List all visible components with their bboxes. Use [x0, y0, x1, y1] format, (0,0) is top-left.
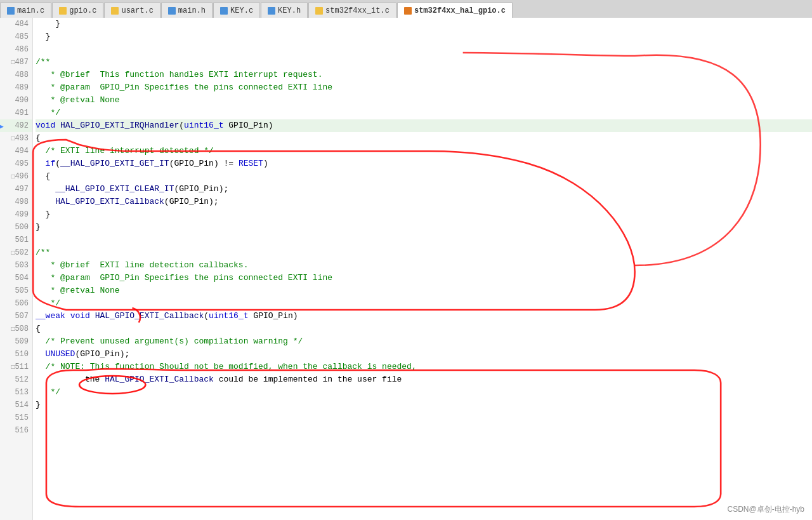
tab-icon [168, 7, 176, 15]
code-line-489: * @param GPIO_Pin Specifies the pins con… [36, 81, 812, 94]
tab-label: main.h [178, 6, 206, 15]
line-num-505: 505 [0, 284, 32, 297]
tab-stm32f4xx_hal_gpio-c[interactable]: stm32f4xx_hal_gpio.c [397, 3, 513, 18]
tab-stm32f4xx_it-c[interactable]: stm32f4xx_it.c [308, 3, 396, 18]
line-num-499: 499 [0, 208, 32, 221]
fold-indicator[interactable]: □ [8, 361, 15, 374]
line-number: 513 [15, 388, 29, 397]
code-area: 484485486□ 487488489490491▶492□ 49349449… [0, 18, 812, 520]
code-line-512: the HAL_GPIO_EXTI_Callback could be impl… [36, 373, 812, 386]
code-line-504: * @param GPIO_Pin Specifies the pins con… [36, 272, 812, 284]
line-num-495: 495 [0, 157, 32, 170]
line-number: 491 [15, 109, 29, 117]
fold-indicator[interactable]: □ [8, 57, 15, 69]
line-number: 489 [15, 83, 29, 92]
line-number: 516 [15, 426, 29, 435]
code-line-484: } [36, 18, 812, 30]
tab-gpio-c[interactable]: gpio.c [52, 3, 103, 18]
code-line-500: } [36, 221, 812, 234]
code-line-513: */ [36, 386, 812, 399]
tab-KEY-c[interactable]: KEY.c [213, 3, 260, 18]
code-line-510: UNUSED(GPIO_Pin); [36, 348, 812, 361]
code-line-491: */ [36, 107, 812, 119]
fold-indicator[interactable]: □ [8, 133, 15, 145]
line-num-501: 501 [0, 234, 32, 246]
code-line-515 [36, 411, 812, 424]
line-number: 507 [15, 312, 29, 321]
tab-KEY-h[interactable]: KEY.h [261, 3, 308, 18]
line-num-506: 506 [0, 297, 32, 310]
tab-icon [59, 7, 67, 15]
line-num-486: 486 [0, 43, 32, 56]
line-num-487: □ 487 [0, 56, 32, 69]
code-line-503: * @brief EXTI line detection callbacks. [36, 259, 812, 272]
line-num-503: 503 [0, 259, 32, 272]
code-line-509: /* Prevent unused argument(s) compilatio… [36, 335, 812, 348]
tab-icon [111, 7, 119, 15]
line-num-500: 500 [0, 221, 32, 234]
line-number: 511 [15, 363, 29, 371]
line-num-509: 509 [0, 335, 32, 348]
code-line-502: /** [36, 246, 812, 259]
line-number: 493 [15, 134, 29, 143]
line-num-493: □ 493 [0, 132, 32, 145]
fold-indicator[interactable]: □ [8, 247, 15, 260]
line-num-512: 512 [0, 373, 32, 386]
code-line-487: /** [36, 56, 812, 69]
line-num-510: 510 [0, 348, 32, 361]
line-number: 492 [15, 121, 29, 130]
line-number: 508 [15, 324, 29, 333]
line-num-497: 497 [0, 183, 32, 196]
line-num-515: 515 [0, 411, 32, 424]
code-line-508: { [36, 323, 812, 335]
tab-label: KEY.c [230, 6, 253, 15]
line-num-489: 489 [0, 81, 32, 94]
fold-indicator[interactable]: □ [8, 323, 15, 336]
tab-icon [220, 7, 228, 15]
tab-icon [268, 7, 275, 15]
line-number: 504 [15, 274, 29, 283]
line-number: 500 [15, 223, 29, 232]
line-number: 485 [15, 32, 29, 41]
line-number: 498 [15, 197, 29, 206]
line-num-504: 504 [0, 272, 32, 284]
tab-label: KEY.h [278, 6, 301, 15]
code-line-511: /* NOTE: This function Should not be mod… [36, 361, 812, 373]
line-number: 487 [15, 58, 29, 67]
code-line-497: __HAL_GPIO_EXTI_CLEAR_IT(GPIO_Pin); [36, 183, 812, 196]
tab-icon [315, 7, 323, 15]
code-line-499: } [36, 208, 812, 221]
line-num-485: 485 [0, 30, 32, 43]
line-number: 512 [15, 375, 29, 384]
line-num-490: 490 [0, 94, 32, 107]
code-content: } } /** * @brief This function handles E… [33, 18, 812, 520]
code-line-488: * @brief This function handles EXTI inte… [36, 69, 812, 81]
line-num-516: 516 [0, 424, 32, 437]
line-num-498: 498 [0, 196, 32, 208]
tab-label: gpio.c [69, 6, 96, 15]
code-line-505: * @retval None [36, 284, 812, 297]
line-num-513: 513 [0, 386, 32, 399]
line-num-507: 507 [0, 310, 32, 323]
line-number: 496 [15, 172, 29, 181]
line-number: 509 [15, 337, 29, 346]
line-num-514: 514 [0, 399, 32, 411]
line-num-496: □ 496 [0, 170, 32, 183]
line-number: 484 [15, 20, 29, 29]
line-num-484: 484 [0, 18, 32, 30]
code-line-495: if(__HAL_GPIO_EXTI_GET_IT(GPIO_Pin) != R… [36, 157, 812, 170]
code-line-485: } [36, 30, 812, 43]
code-line-501 [36, 234, 812, 246]
code-line-494: /* EXTI line interrupt detected */ [36, 145, 812, 157]
tab-label: main.c [17, 6, 44, 15]
tab-main-c[interactable]: main.c [0, 3, 51, 18]
code-line-490: * @retval None [36, 94, 812, 107]
line-number: 499 [15, 210, 29, 219]
editor-container: main.cgpio.cusart.cmain.hKEY.cKEY.hstm32… [0, 0, 812, 520]
code-line-493: { [36, 132, 812, 145]
code-line-516 [36, 424, 812, 437]
line-num-494: 494 [0, 145, 32, 157]
tab-usart-c[interactable]: usart.c [104, 3, 160, 18]
fold-indicator[interactable]: □ [8, 171, 15, 183]
tab-main-h[interactable]: main.h [161, 3, 213, 18]
